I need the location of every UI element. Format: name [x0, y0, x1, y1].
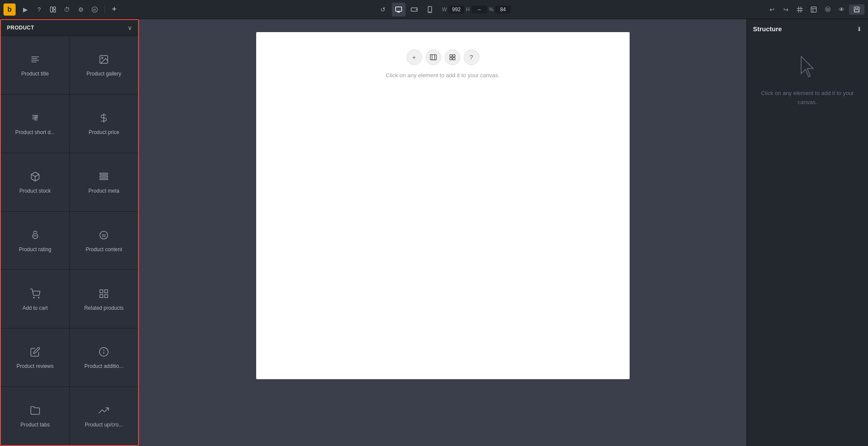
product-additional-label: Product additio...: [84, 363, 123, 370]
undo-btn[interactable]: ↩: [766, 3, 779, 16]
canvas-hint: Click on any element to add it to your c…: [386, 72, 499, 79]
product-gallery-icon: [99, 54, 109, 66]
svg-point-11: [429, 11, 430, 12]
history-btn[interactable]: ⏱: [60, 3, 73, 16]
widget-product-tabs[interactable]: Product tabs: [1, 387, 69, 445]
tablet-landscape-btn[interactable]: [407, 3, 421, 16]
zoom-value: 84: [495, 6, 511, 13]
svg-rect-52: [450, 55, 452, 57]
svg-rect-34: [100, 176, 108, 177]
product-reviews-label: Product reviews: [17, 363, 53, 370]
structure-hint: Click on any element to add it to your c…: [753, 89, 862, 107]
product-content-label: Product content: [86, 246, 122, 253]
product-short-desc-icon: [30, 113, 40, 125]
svg-rect-5: [396, 7, 402, 11]
product-price-label: Product price: [89, 129, 119, 136]
product-content-icon: W: [99, 230, 109, 242]
canvas-frame: + ? Clic: [256, 32, 630, 379]
add-btn[interactable]: +: [108, 3, 121, 16]
widget-product-additional[interactable]: Product additio...: [70, 328, 139, 387]
canvas-add-toolbar: + ?: [406, 49, 479, 65]
product-widgets-panel: PRODUCT ∨ Product titleProduct galleryPr…: [0, 19, 139, 446]
svg-rect-33: [100, 173, 108, 174]
widget-product-upcross[interactable]: Product up/cro...: [70, 387, 139, 445]
tablet-portrait-btn[interactable]: [423, 3, 437, 16]
settings-btn[interactable]: ⚙: [74, 3, 87, 16]
widget-product-content[interactable]: WProduct content: [70, 212, 139, 270]
cursor-tool-btn[interactable]: ▶: [19, 3, 32, 16]
layers-btn[interactable]: [807, 3, 820, 16]
product-upcross-icon: [99, 405, 109, 417]
product-title-icon: [30, 54, 40, 66]
svg-rect-54: [450, 58, 452, 60]
help-btn[interactable]: ?: [33, 3, 46, 16]
widget-product-short-desc[interactable]: Product short d...: [1, 95, 69, 153]
product-reviews-icon: [30, 347, 40, 359]
widget-product-title[interactable]: Product title: [1, 36, 69, 94]
svg-point-40: [33, 297, 34, 298]
canvas-help-btn[interactable]: ?: [464, 49, 479, 65]
zoom-label: %: [489, 7, 494, 13]
height-label: H: [466, 7, 470, 13]
product-meta-icon: [99, 171, 109, 184]
widget-add-to-cart[interactable]: Add to cart: [1, 270, 69, 328]
templates-btn[interactable]: [46, 3, 59, 16]
product-title-label: Product title: [21, 71, 49, 78]
svg-rect-42: [100, 290, 103, 293]
widget-product-stock[interactable]: Product stock: [1, 153, 69, 211]
panel-title: PRODUCT: [7, 25, 34, 31]
svg-rect-21: [855, 10, 859, 12]
widget-product-reviews[interactable]: Product reviews: [1, 328, 69, 387]
cursor-icon: [753, 54, 862, 80]
widget-product-rating[interactable]: Product rating: [1, 212, 69, 270]
product-stock-label: Product stock: [19, 188, 51, 195]
save-btn[interactable]: [849, 4, 865, 15]
canvas-controls: ↺ W 992 H – % 84: [121, 3, 766, 16]
refresh-btn[interactable]: ↺: [376, 3, 390, 16]
export-icon[interactable]: ⬇: [857, 26, 862, 33]
svg-rect-35: [100, 178, 108, 180]
widgets-grid: Product titleProduct galleryProduct shor…: [1, 36, 138, 445]
product-stock-icon: [30, 171, 40, 184]
svg-rect-43: [105, 290, 108, 293]
svg-text:W: W: [93, 8, 96, 11]
svg-rect-0: [50, 7, 53, 12]
preview-btn[interactable]: 👁: [835, 3, 848, 16]
main-area: PRODUCT ∨ Product titleProduct galleryPr…: [0, 19, 868, 446]
logo[interactable]: b: [3, 3, 16, 16]
widget-product-price[interactable]: Product price: [70, 95, 139, 153]
svg-rect-51: [430, 55, 436, 60]
canvas-widget-btn[interactable]: [445, 49, 460, 65]
panel-collapse-btn[interactable]: ∨: [128, 24, 132, 31]
widget-product-gallery[interactable]: Product gallery: [70, 36, 139, 94]
widget-product-meta[interactable]: Product meta: [70, 153, 139, 211]
widget-related-products[interactable]: Related products: [70, 270, 139, 328]
product-upcross-label: Product up/cro...: [85, 422, 123, 429]
svg-rect-55: [453, 58, 455, 60]
svg-text:W: W: [102, 233, 106, 238]
svg-rect-45: [105, 295, 108, 298]
canvas-columns-btn[interactable]: [426, 49, 441, 65]
svg-rect-20: [855, 7, 858, 9]
canvas-add-btn[interactable]: +: [406, 49, 422, 65]
top-toolbar: b ▶ ? ⏱ ⚙ W + ↺: [0, 0, 868, 19]
wordpress-btn[interactable]: Ⓦ: [821, 3, 834, 16]
structure-title: Structure: [753, 25, 782, 33]
product-additional-icon: [99, 347, 109, 359]
height-value: –: [472, 6, 487, 13]
width-value: 992: [449, 6, 464, 13]
product-rating-icon: [30, 230, 40, 242]
wp-logo-btn[interactable]: W: [88, 3, 101, 16]
product-tabs-label: Product tabs: [20, 422, 50, 429]
svg-rect-53: [453, 55, 455, 57]
svg-rect-1: [53, 7, 56, 9]
svg-point-9: [416, 9, 416, 10]
related-products-icon: [99, 289, 109, 301]
desktop-btn[interactable]: [392, 3, 406, 16]
svg-rect-2: [53, 10, 56, 12]
related-products-label: Related products: [84, 305, 124, 312]
redo-btn[interactable]: ↪: [779, 3, 792, 16]
toolbar-right-actions: ↩ ↪ Ⓦ 👁: [766, 3, 865, 16]
grid-toggle-btn[interactable]: [793, 3, 806, 16]
panel-header: PRODUCT ∨: [1, 20, 138, 36]
